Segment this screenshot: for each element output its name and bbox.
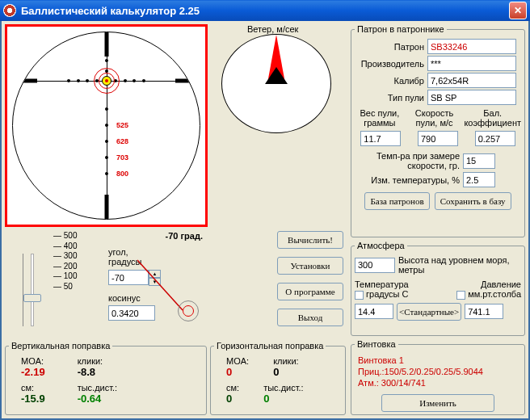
rifle-scope: Приц.:150/5.2/0.25/0.25/5.9044 — [358, 366, 518, 377]
distance-scale: — 500 — 400 — 300 — 200 — 100 — 50 — [53, 231, 77, 292]
wind-gauge[interactable] — [221, 34, 331, 133]
altitude-input[interactable] — [355, 258, 395, 273]
angle-dial[interactable] — [178, 300, 199, 321]
rifle-edit-button[interactable]: Изменить — [381, 394, 494, 412]
velocity-input[interactable] — [418, 131, 458, 146]
ammo-group: Патрон в патроннике Патрон Производитель… — [351, 24, 525, 237]
wind-label: Ветер, м/сек — [247, 24, 298, 34]
hcorr-dist: 0 — [263, 393, 269, 405]
bc-input[interactable] — [475, 131, 515, 146]
angle-header: -70 град. — [166, 231, 203, 241]
reticle-distance: 628 — [116, 137, 128, 145]
svg-line-0 — [137, 260, 183, 310]
hcorr-cm: 0 — [226, 393, 232, 405]
app-icon — [3, 4, 16, 17]
cartridge-input[interactable] — [427, 39, 516, 54]
temperature-input[interactable] — [355, 304, 393, 319]
about-button[interactable]: О программе — [277, 283, 343, 300]
rifle-group: Винтовка Винтовка 1 Приц.:150/5.2/0.25/0… — [351, 339, 525, 415]
standard-atm-button[interactable]: <Стандартные> — [397, 303, 461, 321]
angle-group: -70 град. угол, градусы ▲▼ косинус — [105, 231, 206, 336]
settings-button[interactable]: Установки — [277, 257, 343, 275]
window-title: Баллистический калькулятор 2.25 — [21, 5, 509, 17]
temp-measure-input[interactable] — [463, 153, 495, 169]
close-button[interactable]: ✕ — [509, 2, 527, 19]
temp-delta-input[interactable] — [463, 172, 495, 187]
bullet-type-input[interactable] — [427, 90, 516, 105]
calculate-button[interactable]: Вычислить! — [277, 231, 343, 249]
vcorr-clicks: -8.8 — [78, 366, 95, 378]
vcorr-dist: -0.64 — [78, 393, 102, 405]
atmosphere-group: Атмосфера Высота над уровнем моря, метры… — [351, 241, 525, 336]
ammo-legend: Патрон в патроннике — [355, 24, 447, 34]
ammo-save-button[interactable]: Сохранить в базу — [435, 192, 511, 210]
vcorr-moa: -2.19 — [21, 366, 45, 378]
vertical-correction-group: Вертикальная поправка MOA:-2.19 клики:-8… — [5, 341, 207, 415]
bullet-weight-input[interactable] — [360, 131, 401, 146]
distance-slider-block: — 500 — 400 — 300 — 200 — 100 — 50 — [6, 231, 102, 336]
reticle-distance: 800 — [116, 170, 128, 178]
exit-button[interactable]: Выход — [277, 309, 343, 326]
rifle-atm: Атм.: 300/14/741 — [358, 377, 518, 388]
hcorr-moa: 0 — [226, 366, 232, 378]
distance-slider[interactable] — [23, 254, 40, 326]
maker-input[interactable] — [427, 56, 516, 71]
caliber-input[interactable] — [427, 73, 516, 88]
rifle-name: Винтовка 1 — [358, 355, 518, 366]
reticle-distance: 703 — [116, 153, 128, 162]
pressure-unit-checkbox[interactable] — [456, 291, 465, 300]
ammo-db-button[interactable]: База патронов — [364, 192, 429, 210]
temp-unit-checkbox[interactable] — [355, 291, 364, 300]
pressure-input[interactable] — [465, 304, 503, 319]
horizontal-correction-group: Горизонтальная поправка MOA:0 клики:0 см… — [210, 341, 346, 415]
hcorr-clicks: 0 — [273, 366, 279, 378]
reticle-view: 525 628 703 800 — [5, 24, 208, 227]
reticle-distance: 525 — [116, 121, 128, 129]
vcorr-cm: -15.9 — [21, 393, 45, 405]
